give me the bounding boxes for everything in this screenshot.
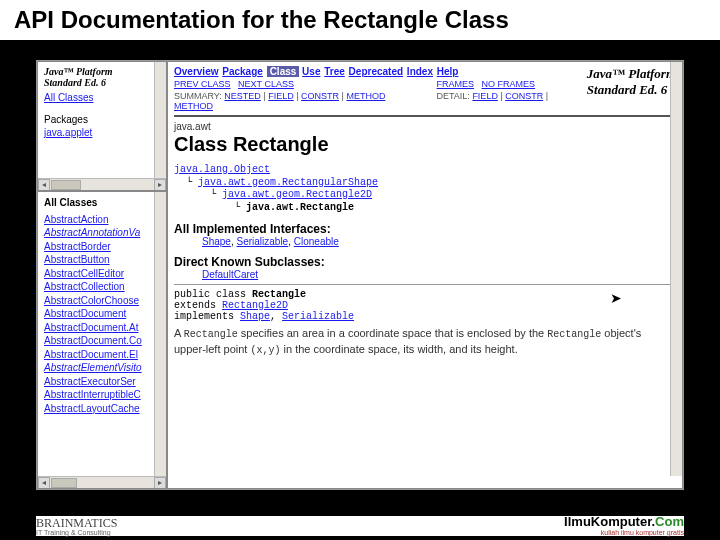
known-subclasses-header: Direct Known Subclasses: (174, 255, 676, 269)
nav-index[interactable]: Index (407, 66, 433, 77)
left-column: Java™ Platform Standard Ed. 6 All Classe… (37, 61, 167, 489)
interface-link[interactable]: Shape (202, 236, 231, 247)
implements-link[interactable]: Serializable (282, 311, 354, 322)
platform-header-right: Java™ PlatformStandard Ed. 6 (587, 66, 676, 98)
class-link[interactable]: AbstractDocument.Co (44, 335, 142, 346)
all-classes-link[interactable]: All Classes (44, 92, 93, 103)
noframes-link[interactable]: NO FRAMES (482, 79, 536, 89)
scrollbar-v[interactable] (154, 192, 166, 476)
frames-link[interactable]: FRAMES (437, 79, 475, 89)
all-classes-header: All Classes (44, 196, 160, 210)
detail-link[interactable]: FIELD (472, 91, 498, 101)
tree-current: java.awt.Rectangle (246, 202, 354, 213)
class-link[interactable]: AbstractColorChoose (44, 295, 139, 306)
class-declaration: public class Rectangle extends Rectangle… (174, 289, 676, 322)
interface-link[interactable]: Serializable (236, 236, 288, 247)
summary-link[interactable]: METHOD (346, 91, 385, 101)
packages-label: Packages (44, 113, 160, 127)
next-class-link[interactable]: NEXT CLASS (238, 79, 294, 89)
class-link[interactable]: AbstractDocument.At (44, 322, 138, 333)
nav-deprecated[interactable]: Deprecated (349, 66, 403, 77)
class-link[interactable]: AbstractButton (44, 254, 110, 265)
detail-link[interactable]: CONSTR (505, 91, 543, 101)
detail-pane: Overview Package Class Use Tree Deprecat… (167, 61, 683, 489)
class-link[interactable]: AbstractCollection (44, 281, 125, 292)
package-link[interactable]: java.applet (44, 127, 92, 138)
implemented-interfaces-header: All Implemented Interfaces: (174, 222, 676, 236)
class-description: A Rectangle specifies an area in a coord… (174, 326, 676, 357)
nav-package[interactable]: Package (222, 66, 263, 77)
scroll-left-icon[interactable]: ◂ (38, 477, 50, 489)
class-link[interactable]: AbstractLayoutCache (44, 403, 140, 414)
summary-link[interactable]: NESTED (224, 91, 261, 101)
javadoc-screenshot: Java™ Platform Standard Ed. 6 All Classe… (36, 60, 684, 490)
scroll-right-icon[interactable]: ▸ (154, 477, 166, 489)
summary-link[interactable]: CONSTR (301, 91, 339, 101)
scrollbar-v[interactable] (154, 62, 166, 178)
class-link[interactable]: AbstractDocument.El (44, 349, 138, 360)
class-link[interactable]: AbstractBorder (44, 241, 111, 252)
scrollbar-v[interactable] (670, 62, 682, 476)
inheritance-tree: java.lang.Object └ java.awt.geom.Rectang… (174, 164, 676, 214)
package-name: java.awt (174, 121, 676, 132)
scrollbar-h[interactable]: ◂ ▸ (38, 476, 166, 488)
class-link[interactable]: AbstractExecutorSer (44, 376, 136, 387)
nav-overview[interactable]: Overview (174, 66, 218, 77)
scroll-left-icon[interactable]: ◂ (38, 179, 50, 191)
class-link[interactable]: AbstractAction (44, 214, 108, 225)
detail-link[interactable]: METHOD (174, 101, 213, 111)
tree-link[interactable]: java.awt.geom.RectangularShape (198, 177, 378, 188)
tree-link[interactable]: java.awt.geom.Rectangle2D (222, 189, 372, 200)
implements-link[interactable]: Shape (240, 311, 270, 322)
scrollbar-h[interactable]: ◂ ▸ (38, 178, 166, 190)
summary-link[interactable]: FIELD (268, 91, 294, 101)
nav-use[interactable]: Use (302, 66, 320, 77)
nav-class[interactable]: Class (267, 66, 300, 77)
top-nav: Overview Package Class Use Tree Deprecat… (174, 66, 676, 77)
brainmatics-logo: BRAINMATICS IT Training & Consulting (36, 516, 117, 536)
nav-tree[interactable]: Tree (324, 66, 345, 77)
scroll-right-icon[interactable]: ▸ (154, 179, 166, 191)
all-classes-pane: All Classes AbstractAction AbstractAnnot… (37, 191, 167, 489)
platform-header: Java™ Platform Standard Ed. 6 (44, 66, 160, 88)
class-title: Class Rectangle (174, 133, 676, 156)
prev-class-link[interactable]: PREV CLASS (174, 79, 231, 89)
slide-title: API Documentation for the Rectangle Clas… (0, 0, 720, 40)
tree-link[interactable]: java.lang.Object (174, 164, 270, 175)
interface-link[interactable]: Cloneable (294, 236, 339, 247)
class-link[interactable]: AbstractAnnotationVa (44, 227, 140, 238)
class-link[interactable]: AbstractDocument (44, 308, 126, 319)
nav-help[interactable]: Help (437, 66, 459, 77)
ilmukomputer-logo: IlmuKomputer.Com kuliah ilmu komputer gr… (564, 512, 684, 536)
subclass-link[interactable]: DefaultCaret (202, 269, 258, 280)
class-link[interactable]: AbstractCellEditor (44, 268, 124, 279)
packages-pane: Java™ Platform Standard Ed. 6 All Classe… (37, 61, 167, 191)
class-link[interactable]: AbstractInterruptibleC (44, 389, 141, 400)
class-link[interactable]: AbstractElementVisito (44, 362, 142, 373)
extends-link[interactable]: Rectangle2D (222, 300, 288, 311)
slide-footer: BRAINMATICS IT Training & Consulting Ilm… (36, 516, 684, 536)
